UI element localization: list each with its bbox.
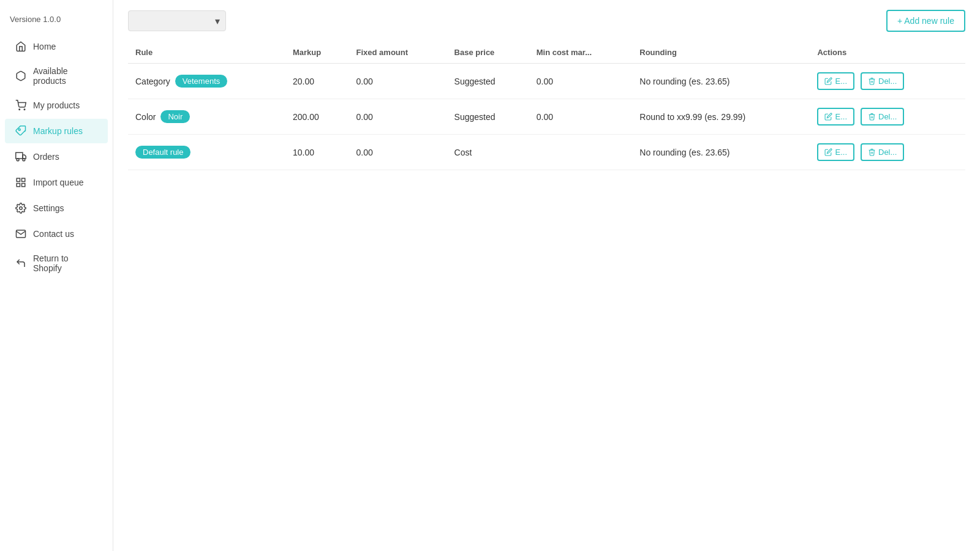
rule-cell-content-1: ColorNoir (135, 110, 278, 123)
svg-rect-10 (22, 184, 25, 187)
min-cost-cell-0: 0.00 (529, 64, 633, 99)
home-icon (15, 40, 27, 53)
delete-button-0[interactable]: Del... (861, 72, 904, 90)
delete-button-2[interactable]: Del... (861, 143, 904, 161)
col-rule: Rule (128, 42, 285, 64)
sidebar-item-return-shopify[interactable]: Return to Shopify (5, 247, 108, 279)
sidebar-item-settings-label: Settings (33, 203, 64, 213)
rule-badge-2: Default rule (135, 146, 190, 159)
table-body: CategoryVetements20.000.00Suggested0.00N… (128, 64, 965, 170)
table-header: Rule Markup Fixed amount Base price Min … (128, 42, 965, 64)
svg-point-5 (17, 159, 19, 161)
sidebar-item-home-label: Home (33, 42, 56, 51)
col-actions: Actions (810, 42, 965, 64)
sidebar-item-available-products-label: Available products (33, 66, 98, 86)
rounding-cell-2: No rounding (es. 23.65) (632, 135, 810, 170)
table-row: ColorNoir200.000.00Suggested0.00Round to… (128, 99, 965, 135)
actions-cell-0: E... Del... (810, 64, 965, 99)
col-min-cost: Min cost mar... (529, 42, 633, 64)
svg-marker-4 (23, 155, 26, 159)
rule-prefix-0: Category (135, 77, 170, 86)
markup-cell-0: 20.00 (285, 64, 349, 99)
rule-badge-0: Vetements (175, 75, 227, 88)
sidebar-item-available-products[interactable]: Available products (5, 60, 108, 92)
top-bar: + Add new rule (128, 10, 965, 32)
settings-icon (15, 202, 27, 214)
rounding-cell-0: No rounding (es. 23.65) (632, 64, 810, 99)
base-price-cell-0: Suggested (447, 64, 529, 99)
sidebar-item-orders[interactable]: Orders (5, 144, 108, 169)
svg-rect-8 (22, 178, 25, 181)
filter-dropdown[interactable] (128, 10, 226, 31)
col-fixed-amount: Fixed amount (349, 42, 447, 64)
sidebar-item-import-queue[interactable]: Import queue (5, 170, 108, 195)
fixed-amount-cell-2: 0.00 (349, 135, 447, 170)
rule-cell-0: CategoryVetements (128, 64, 285, 99)
rounding-cell-1: Round to xx9.99 (es. 29.99) (632, 99, 810, 135)
fixed-amount-cell-1: 0.00 (349, 99, 447, 135)
rule-badge-1: Noir (160, 110, 190, 123)
sidebar-item-my-products-label: My products (33, 100, 80, 110)
fixed-amount-cell-0: 0.00 (349, 64, 447, 99)
min-cost-cell-1: 0.00 (529, 99, 633, 135)
svg-point-2 (18, 129, 20, 130)
sidebar-item-settings[interactable]: Settings (5, 196, 108, 220)
sidebar-item-home[interactable]: Home (5, 34, 108, 59)
sidebar-item-markup-rules-label: Markup rules (33, 126, 83, 136)
markup-cell-1: 200.00 (285, 99, 349, 135)
sidebar-item-markup-rules[interactable]: Markup rules (5, 119, 108, 143)
base-price-cell-1: Suggested (447, 99, 529, 135)
cart-icon (15, 99, 27, 111)
svg-point-1 (24, 109, 25, 110)
table-row: Default rule10.000.00CostNo rounding (es… (128, 135, 965, 170)
main-content: + Add new rule Rule Markup Fixed amount … (113, 0, 980, 551)
rule-prefix-1: Color (135, 112, 156, 122)
col-markup: Markup (285, 42, 349, 64)
svg-point-0 (19, 109, 20, 110)
table-row: CategoryVetements20.000.00Suggested0.00N… (128, 64, 965, 99)
sidebar-item-return-shopify-label: Return to Shopify (33, 253, 98, 273)
actions-cell-1: E... Del... (810, 99, 965, 135)
app-version: Versione 1.0.0 (0, 10, 113, 34)
sidebar: Versione 1.0.0 Home Available products M… (0, 0, 113, 551)
svg-rect-3 (16, 152, 23, 159)
filter-dropdown-wrapper[interactable] (128, 10, 226, 31)
rule-cell-content-0: CategoryVetements (135, 75, 278, 88)
rule-cell-content-2: Default rule (135, 146, 278, 159)
actions-cell-2: E... Del... (810, 135, 965, 170)
tag-icon (15, 125, 27, 137)
svg-rect-9 (17, 184, 20, 187)
sidebar-item-contact-us-label: Contact us (33, 229, 74, 239)
svg-point-6 (23, 159, 25, 161)
content-area: + Add new rule Rule Markup Fixed amount … (113, 0, 980, 551)
markup-cell-2: 10.00 (285, 135, 349, 170)
col-base-price: Base price (447, 42, 529, 64)
grid-icon (15, 176, 27, 189)
mail-icon (15, 228, 27, 240)
base-price-cell-2: Cost (447, 135, 529, 170)
sidebar-item-my-products[interactable]: My products (5, 93, 108, 118)
rule-cell-1: ColorNoir (128, 99, 285, 135)
min-cost-cell-2 (529, 135, 633, 170)
return-icon (15, 257, 27, 269)
truck-icon (15, 151, 27, 163)
delete-button-1[interactable]: Del... (861, 108, 904, 126)
sidebar-item-orders-label: Orders (33, 152, 59, 162)
svg-point-11 (20, 207, 23, 210)
sidebar-item-import-queue-label: Import queue (33, 178, 84, 187)
edit-button-2[interactable]: E... (817, 143, 854, 161)
edit-button-0[interactable]: E... (817, 72, 854, 90)
rule-cell-2: Default rule (128, 135, 285, 170)
edit-button-1[interactable]: E... (817, 108, 854, 126)
sidebar-item-contact-us[interactable]: Contact us (5, 222, 108, 246)
rules-table: Rule Markup Fixed amount Base price Min … (128, 42, 965, 170)
add-rule-button[interactable]: + Add new rule (886, 10, 965, 32)
svg-rect-7 (17, 178, 20, 181)
box-icon (15, 70, 27, 82)
col-rounding: Rounding (632, 42, 810, 64)
